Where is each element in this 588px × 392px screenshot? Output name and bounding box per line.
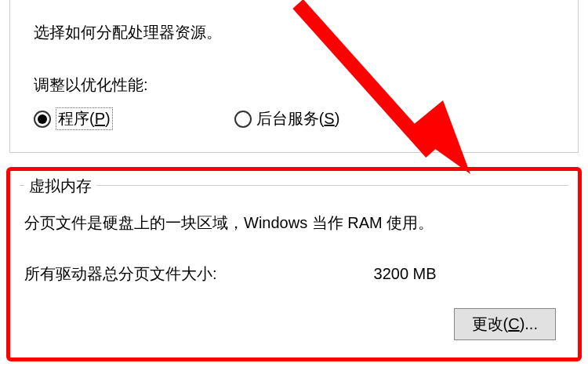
virtual-memory-panel-highlighted: 虚拟内存 分页文件是硬盘上的一块区域，Windows 当作 RAM 使用。 所有… — [6, 167, 582, 361]
processor-scheduling-panel: 选择如何分配处理器资源。 调整以优化性能: 程序(P) 后台服务(S) — [9, 0, 579, 153]
total-paging-label: 所有驱动器总分页文件大小: — [24, 263, 217, 285]
fieldset-divider — [20, 185, 568, 186]
radio-background-services[interactable]: 后台服务(S) — [234, 108, 340, 129]
radio-selected-icon — [34, 111, 51, 128]
adjust-label: 调整以优化性能: — [34, 74, 554, 96]
virtual-memory-description: 分页文件是硬盘上的一块区域，Windows 当作 RAM 使用。 — [24, 212, 564, 234]
total-paging-value: 3200 MB — [374, 265, 437, 283]
processor-description: 选择如何分配处理器资源。 — [34, 22, 554, 43]
virtual-memory-legend: 虚拟内存 — [24, 176, 96, 197]
button-row: 更改(C)... — [24, 308, 564, 340]
total-paging-row: 所有驱动器总分页文件大小: 3200 MB — [24, 263, 564, 285]
radio-group: 程序(P) 后台服务(S) — [34, 107, 554, 130]
radio-background-label: 后台服务(S) — [256, 108, 340, 129]
radio-programs[interactable]: 程序(P) — [34, 107, 113, 130]
radio-unselected-icon — [234, 111, 252, 128]
change-button[interactable]: 更改(C)... — [454, 308, 556, 340]
radio-programs-label: 程序(P) — [56, 107, 113, 130]
